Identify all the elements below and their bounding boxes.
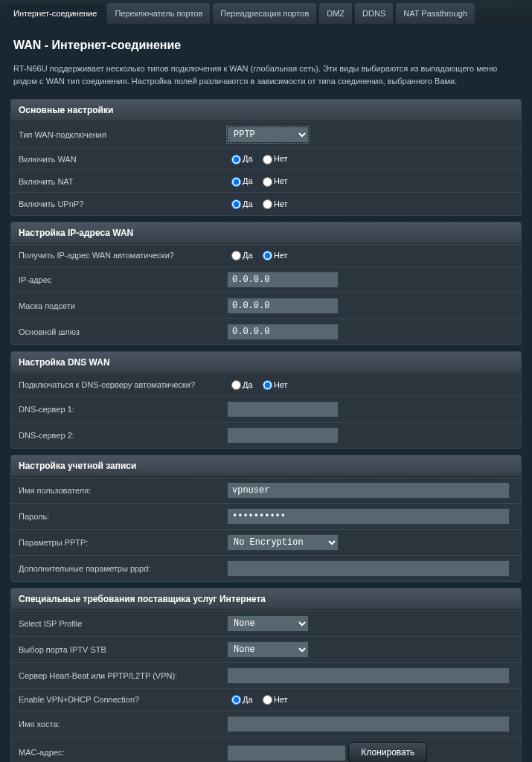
section-head-account: Настройка учетной записи bbox=[11, 455, 521, 477]
label-mac: MAC-адрес: bbox=[11, 737, 219, 762]
label-password: Пароль: bbox=[11, 503, 219, 529]
tab-dmz[interactable]: DMZ bbox=[319, 3, 352, 24]
input-ip[interactable] bbox=[227, 272, 339, 288]
label-gateway: Основной шлюз bbox=[11, 318, 219, 345]
input-password[interactable] bbox=[227, 508, 510, 525]
section-wan-ip: Настройка IP-адреса WAN Получить IP-адре… bbox=[10, 222, 522, 345]
input-heartbeat[interactable] bbox=[227, 667, 510, 684]
radio-auto-ip-no[interactable] bbox=[263, 251, 272, 260]
section-head-wan-ip: Настройка IP-адреса WAN bbox=[11, 222, 521, 244]
select-wan-type[interactable]: PPTP bbox=[227, 127, 309, 143]
input-mac[interactable] bbox=[227, 745, 346, 761]
label-pppd: Дополнительные параметры pppd: bbox=[11, 555, 219, 581]
select-isp-profile[interactable]: None bbox=[227, 615, 309, 632]
label-vpn-dhcp: Enable VPN+DHCP Connection? bbox=[11, 688, 219, 711]
label-mask: Маска подсети bbox=[11, 292, 219, 318]
radio-vpn-dhcp-yes[interactable] bbox=[231, 695, 241, 705]
label-iptv-port: Выбор порта IPTV STB bbox=[11, 636, 219, 662]
label-enable-nat: Включить NAT bbox=[11, 170, 219, 193]
tab-bar: Интернет-соединение Переключатель портов… bbox=[0, 0, 532, 24]
section-isp: Специальные требования поставщика услуг … bbox=[10, 588, 522, 763]
section-account: Настройка учетной записи Имя пользовател… bbox=[10, 455, 522, 582]
radio-auto-dns-yes[interactable] bbox=[231, 380, 241, 390]
radio-enable-upnp-yes[interactable] bbox=[231, 199, 241, 209]
tab-internet[interactable]: Интернет-соединение bbox=[6, 3, 104, 24]
page-title: WAN - Интернет-соединение bbox=[10, 34, 522, 63]
input-pppd[interactable] bbox=[227, 560, 510, 577]
radio-enable-nat-yes[interactable] bbox=[231, 177, 241, 187]
label-ip: IP-адрес bbox=[11, 266, 219, 292]
section-dns: Настройка DNS WAN Подключаться к DNS-сер… bbox=[10, 351, 522, 449]
input-username[interactable] bbox=[227, 482, 510, 499]
label-pptp-options: Параметры PPTP: bbox=[11, 529, 219, 555]
section-basic: Основные настройки Тип WAN-подключения P… bbox=[10, 99, 522, 216]
input-hostname[interactable] bbox=[227, 716, 510, 732]
input-gateway[interactable] bbox=[227, 324, 339, 340]
label-enable-wan: Включить WAN bbox=[11, 148, 219, 170]
radio-auto-ip-yes[interactable] bbox=[231, 251, 241, 260]
tab-ddns[interactable]: DDNS bbox=[355, 3, 393, 24]
input-dns2[interactable] bbox=[227, 427, 339, 444]
label-auto-dns: Подключаться к DNS-серверу автоматически… bbox=[11, 374, 219, 396]
section-head-dns: Настройка DNS WAN bbox=[11, 352, 521, 374]
section-head-basic: Основные настройки bbox=[11, 100, 521, 121]
label-isp-profile: Select ISP Profile bbox=[11, 610, 219, 636]
radio-enable-wan-yes[interactable] bbox=[231, 155, 241, 164]
label-dns1: DNS-сервер 1: bbox=[11, 396, 219, 422]
page-description: RT-N66U поддерживает несколько типов под… bbox=[10, 63, 522, 93]
label-heartbeat: Сервер Heart-Beat или PPTP/L2TP (VPN): bbox=[11, 662, 219, 688]
tab-port-trigger[interactable]: Переключатель портов bbox=[107, 3, 210, 24]
label-dns2: DNS-сервер 2: bbox=[11, 422, 219, 448]
section-head-isp: Специальные требования поставщика услуг … bbox=[11, 589, 521, 610]
select-iptv-port[interactable]: None bbox=[227, 641, 309, 658]
input-dns1[interactable] bbox=[227, 401, 339, 417]
label-hostname: Имя хоста: bbox=[11, 711, 219, 737]
label-username: Имя пользователя: bbox=[11, 477, 219, 503]
radio-enable-wan-no[interactable] bbox=[263, 155, 272, 164]
label-auto-ip: Получить IP-адрес WAN автоматически? bbox=[11, 244, 219, 266]
page-content: WAN - Интернет-соединение RT-N66U поддер… bbox=[0, 24, 532, 762]
input-mask[interactable] bbox=[227, 298, 339, 314]
clone-button[interactable]: Клонировать bbox=[348, 742, 427, 763]
label-enable-upnp: Включить UPnP? bbox=[11, 193, 219, 215]
tab-port-forward[interactable]: Переадресация портов bbox=[213, 3, 316, 24]
tab-nat-passthrough[interactable]: NAT Passthrough bbox=[396, 3, 475, 24]
radio-vpn-dhcp-no[interactable] bbox=[263, 695, 272, 705]
radio-auto-dns-no[interactable] bbox=[263, 380, 272, 390]
label-wan-type: Тип WAN-подключения bbox=[11, 122, 219, 148]
select-pptp-options[interactable]: No Encryption bbox=[227, 534, 339, 551]
radio-enable-upnp-no[interactable] bbox=[263, 199, 272, 209]
radio-enable-nat-no[interactable] bbox=[263, 177, 272, 187]
